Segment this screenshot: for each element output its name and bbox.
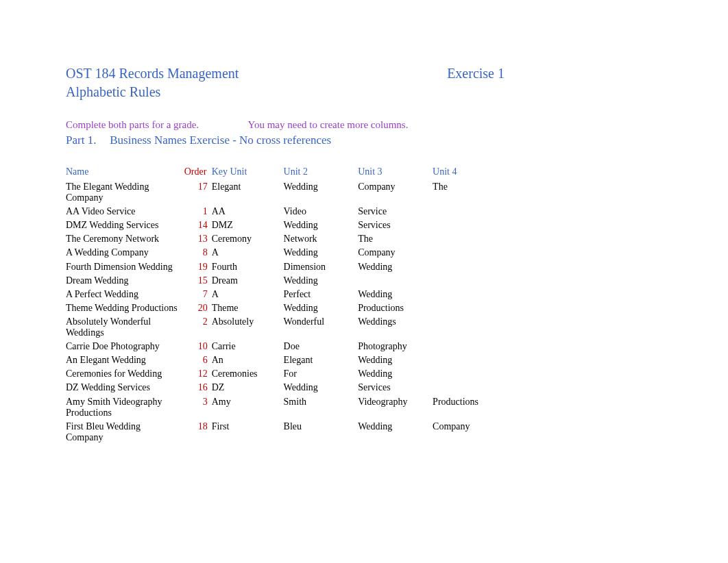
cell-u4 — [433, 315, 505, 340]
cell-u2: Wedding — [284, 218, 359, 232]
cell-order: 15 — [184, 274, 212, 288]
cell-name: The Elegant Wedding Company — [66, 180, 184, 205]
cell-u3: Services — [358, 381, 433, 395]
cell-order: 14 — [184, 218, 212, 232]
cell-order: 18 — [184, 420, 212, 445]
instructions-left: Complete both parts for a grade. — [66, 119, 199, 131]
cell-u3: Company — [358, 180, 433, 205]
cell-key: Carrie — [212, 340, 284, 353]
cell-u4 — [433, 381, 505, 395]
exercise-number: Exercise 1 — [447, 66, 505, 82]
cell-name: First Bleu Wedding Company — [66, 420, 184, 445]
cell-u3: Weddings — [358, 315, 433, 340]
cell-u4 — [433, 260, 505, 274]
table-body: The Elegant Wedding Company17ElegantWedd… — [66, 180, 505, 445]
table-row: Absolutely Wonderful Weddings2Absolutely… — [66, 315, 505, 340]
cell-u2: Doe — [284, 340, 359, 353]
cell-key: DMZ — [212, 218, 284, 232]
cell-key: An — [212, 353, 284, 367]
part-number: Part 1. — [66, 134, 107, 147]
cell-u2: Smith — [284, 395, 359, 420]
cell-name: The Ceremony Network — [66, 232, 184, 246]
cell-u2: Network — [284, 232, 359, 246]
course-title: OST 184 Records Management — [66, 66, 447, 82]
cell-key: Absolutely — [212, 315, 284, 340]
table-header-row: Name Order Key Unit Unit 2 Unit 3 Unit 4 — [66, 164, 505, 180]
cell-name: Absolutely Wonderful Weddings — [66, 315, 184, 340]
cell-order: 19 — [184, 260, 212, 274]
cell-key: AA — [212, 205, 284, 218]
header-subtitle: Alphabetic Rules — [66, 84, 505, 100]
instructions-right: You may need to create more columns. — [248, 119, 409, 131]
instructions-line: Complete both parts for a grade. You may… — [66, 119, 505, 131]
cell-u3: Wedding — [358, 367, 433, 381]
cell-name: Dream Wedding — [66, 274, 184, 288]
cell-order: 12 — [184, 367, 212, 381]
table-row: DMZ Wedding Services14DMZWeddingServices — [66, 218, 505, 232]
part-title: Business Names Exercise - No cross refer… — [110, 134, 331, 147]
cell-u3 — [358, 274, 433, 288]
table-row: The Ceremony Network13CeremonyNetworkThe — [66, 232, 505, 246]
cell-u3: Wedding — [358, 353, 433, 367]
cell-u3: Wedding — [358, 260, 433, 274]
cell-u4: Company — [433, 420, 505, 445]
cell-u2: Bleu — [284, 420, 359, 445]
table-row: Dream Wedding15DreamWedding — [66, 274, 505, 288]
cell-key: A — [212, 246, 284, 260]
cell-order: 17 — [184, 180, 212, 205]
table-row: An Elegant Wedding6AnElegantWedding — [66, 353, 505, 367]
cell-key: Amy — [212, 395, 284, 420]
cell-name: A Perfect Wedding — [66, 288, 184, 301]
cell-order: 3 — [184, 395, 212, 420]
cell-u2: Dimension — [284, 260, 359, 274]
document-page: OST 184 Records Management Exercise 1 Al… — [0, 0, 505, 445]
cell-name: Ceremonies for Wedding — [66, 367, 184, 381]
col-header-u2: Unit 2 — [284, 164, 359, 180]
cell-u3: Service — [358, 205, 433, 218]
cell-u2: Wedding — [284, 381, 359, 395]
col-header-name: Name — [66, 164, 184, 180]
cell-u2: Video — [284, 205, 359, 218]
cell-u4 — [433, 340, 505, 353]
cell-key: A — [212, 288, 284, 301]
cell-key: Elegant — [212, 180, 284, 205]
header-line: OST 184 Records Management Exercise 1 — [66, 66, 505, 82]
cell-key: Ceremony — [212, 232, 284, 246]
cell-u4: Productions — [433, 395, 505, 420]
cell-u2: Wonderful — [284, 315, 359, 340]
cell-u3: The — [358, 232, 433, 246]
cell-order: 13 — [184, 232, 212, 246]
cell-order: 7 — [184, 288, 212, 301]
col-header-order: Order — [184, 164, 212, 180]
cell-u4 — [433, 246, 505, 260]
cell-order: 1 — [184, 205, 212, 218]
cell-key: Fourth — [212, 260, 284, 274]
cell-u4 — [433, 232, 505, 246]
table-row: Theme Wedding Productions20ThemeWeddingP… — [66, 301, 505, 315]
col-header-key: Key Unit — [212, 164, 284, 180]
cell-name: Carrie Doe Photography — [66, 340, 184, 353]
table-row: A Wedding Company8AWeddingCompany — [66, 246, 505, 260]
cell-order: 20 — [184, 301, 212, 315]
cell-u3: Videography — [358, 395, 433, 420]
cell-order: 10 — [184, 340, 212, 353]
cell-u4 — [433, 218, 505, 232]
cell-order: 8 — [184, 246, 212, 260]
cell-name: DMZ Wedding Services — [66, 218, 184, 232]
cell-u4: The — [433, 180, 505, 205]
cell-order: 2 — [184, 315, 212, 340]
cell-name: Amy Smith Videography Productions — [66, 395, 184, 420]
table-row: Carrie Doe Photography10CarrieDoePhotogr… — [66, 340, 505, 353]
col-header-u3: Unit 3 — [358, 164, 433, 180]
table-row: Amy Smith Videography Productions3AmySmi… — [66, 395, 505, 420]
cell-u4 — [433, 367, 505, 381]
cell-key: First — [212, 420, 284, 445]
col-header-u4: Unit 4 — [433, 164, 505, 180]
cell-u2: For — [284, 367, 359, 381]
cell-name: Fourth Dimension Wedding — [66, 260, 184, 274]
cell-u4 — [433, 288, 505, 301]
cell-u2: Wedding — [284, 246, 359, 260]
cell-order: 16 — [184, 381, 212, 395]
table-row: A Perfect Wedding7APerfectWedding — [66, 288, 505, 301]
cell-u2: Perfect — [284, 288, 359, 301]
